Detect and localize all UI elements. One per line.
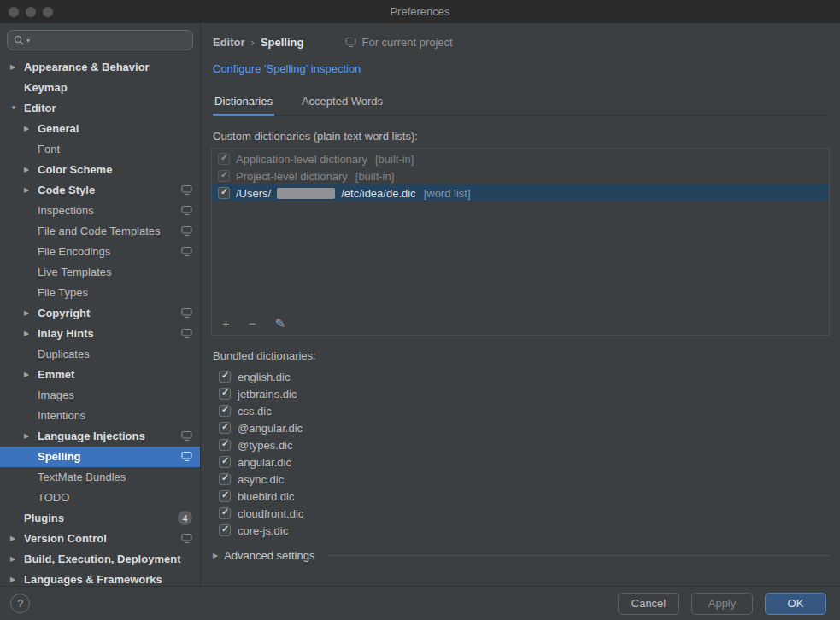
chevron-right-icon[interactable]: ▶ — [24, 432, 38, 440]
checkbox[interactable] — [219, 490, 231, 502]
scope-label: For current project — [345, 36, 452, 49]
bundled-dictionary-name: css.dic — [238, 405, 272, 418]
sidebar-item-file-encodings[interactable]: File Encodings — [0, 242, 200, 262]
checkbox[interactable] — [219, 524, 231, 536]
checkbox[interactable] — [218, 187, 230, 199]
custom-dictionary-row[interactable]: Application-level dictionary[built-in] — [212, 150, 829, 167]
sidebar-item-general[interactable]: ▶General — [0, 119, 200, 139]
sidebar-item-inlay-hints[interactable]: ▶Inlay Hints — [0, 324, 200, 344]
sidebar-item-label: Copyright — [38, 307, 90, 319]
sidebar-item-plugins[interactable]: Plugins4 — [0, 508, 200, 529]
advanced-settings-label: Advanced settings — [224, 549, 314, 562]
per-project-settings-icon — [181, 329, 192, 338]
tab-accepted-words[interactable]: Accepted Words — [300, 89, 385, 115]
sidebar-item-textmate-bundles[interactable]: TextMate Bundles — [0, 467, 200, 488]
chevron-right-icon[interactable]: ▶ — [24, 166, 38, 173]
sidebar-item-code-style[interactable]: ▶Code Style — [0, 180, 200, 201]
settings-search[interactable]: ▾ — [7, 30, 193, 50]
checkbox[interactable] — [219, 439, 231, 451]
remove-dictionary-button[interactable]: − — [247, 315, 258, 331]
configure-inspection-link[interactable]: Configure 'Spelling' inspection — [213, 62, 361, 75]
sidebar-item-editor[interactable]: ▼Editor — [0, 98, 200, 119]
minimize-window-icon[interactable] — [26, 7, 36, 17]
help-button[interactable]: ? — [10, 594, 30, 613]
bundled-dictionary-row[interactable]: core-js.dic — [211, 522, 830, 539]
sidebar-item-languages-frameworks[interactable]: ▶Languages & Frameworks — [0, 570, 200, 586]
chevron-right-icon[interactable]: ▶ — [24, 330, 38, 337]
sidebar-item-label: Images — [38, 389, 74, 401]
sidebar-item-font[interactable]: Font — [0, 139, 200, 160]
bundled-dictionary-row[interactable]: @types.dic — [211, 436, 830, 453]
sidebar-item-duplicates[interactable]: Duplicates — [0, 344, 200, 365]
sidebar-item-file-types[interactable]: File Types — [0, 283, 200, 303]
sidebar-item-label: Editor — [24, 102, 56, 114]
sidebar-item-live-templates[interactable]: Live Templates — [0, 262, 200, 283]
chevron-down-icon[interactable]: ▼ — [10, 104, 24, 112]
custom-dictionary-row[interactable]: Project-level dictionary[built-in] — [212, 167, 829, 184]
sidebar-item-spelling[interactable]: Spelling — [0, 447, 200, 467]
add-dictionary-button[interactable]: + — [220, 315, 232, 331]
chevron-right-icon[interactable]: ▶ — [10, 535, 24, 542]
sidebar-item-language-injections[interactable]: ▶Language Injections — [0, 426, 200, 447]
sidebar-item-label: General — [38, 122, 79, 135]
tab-dictionaries[interactable]: Dictionaries — [213, 89, 274, 115]
sidebar-item-appearance-behavior[interactable]: ▶Appearance & Behavior — [0, 57, 200, 78]
search-input[interactable] — [32, 33, 186, 46]
bundled-dictionary-row[interactable]: angular.dic — [211, 453, 830, 471]
checkbox[interactable] — [219, 456, 231, 468]
per-project-settings-icon — [181, 431, 192, 441]
chevron-right-icon[interactable]: ▶ — [10, 555, 24, 563]
apply-button[interactable]: Apply — [691, 593, 753, 615]
bundled-dictionary-row[interactable]: english.dic — [211, 368, 830, 385]
checkbox[interactable] — [219, 405, 231, 417]
edit-dictionary-button[interactable]: ✎ — [273, 315, 288, 331]
bundled-dictionary-row[interactable]: async.dic — [211, 471, 830, 488]
sidebar-item-version-control[interactable]: ▶Version Control — [0, 529, 200, 549]
sidebar-item-label: Plugins — [24, 512, 64, 524]
checkbox[interactable] — [219, 422, 231, 434]
sidebar-item-intentions[interactable]: Intentions — [0, 406, 200, 426]
zoom-window-icon[interactable] — [43, 7, 53, 17]
sidebar-item-copyright[interactable]: ▶Copyright — [0, 303, 200, 324]
bundled-dictionary-row[interactable]: jetbrains.dic — [211, 385, 830, 402]
settings-content: Editor › Spelling For current project Co… — [201, 23, 840, 586]
dictionary-tag: [built-in] — [355, 170, 395, 183]
bundled-dictionary-row[interactable]: @angular.dic — [211, 419, 830, 436]
breadcrumb-separator: › — [251, 36, 255, 49]
sidebar-item-file-and-code-templates[interactable]: File and Code Templates — [0, 221, 200, 242]
chevron-right-icon[interactable]: ▶ — [24, 125, 38, 132]
custom-dictionary-row[interactable]: /Users//etc/idea/de.dic[word list] — [212, 184, 829, 202]
checkbox[interactable] — [219, 388, 231, 400]
sidebar-item-keymap[interactable]: Keymap — [0, 78, 200, 98]
breadcrumb-section[interactable]: Editor — [213, 36, 245, 49]
custom-dictionaries-list[interactable]: Application-level dictionary[built-in]Pr… — [212, 149, 829, 311]
sidebar-item-images[interactable]: Images — [0, 385, 200, 406]
chevron-right-icon[interactable]: ▶ — [24, 371, 38, 378]
sidebar-item-inspections[interactable]: Inspections — [0, 201, 200, 221]
search-options-caret-icon[interactable]: ▾ — [26, 37, 30, 44]
checkbox[interactable] — [219, 473, 231, 485]
ok-button[interactable]: OK — [765, 593, 826, 615]
chevron-right-icon[interactable]: ▶ — [10, 576, 24, 583]
bundled-dictionary-row[interactable]: cloudfront.dic — [211, 505, 830, 522]
sidebar-item-emmet[interactable]: ▶Emmet — [0, 365, 200, 385]
dictionary-tag: [built-in] — [375, 153, 414, 166]
chevron-right-icon[interactable]: ▶ — [24, 186, 38, 194]
close-window-icon[interactable] — [9, 7, 19, 17]
cancel-button[interactable]: Cancel — [618, 593, 679, 615]
chevron-right-icon[interactable]: ▶ — [24, 309, 38, 317]
sidebar-item-color-scheme[interactable]: ▶Color Scheme — [0, 160, 200, 180]
advanced-settings-toggle[interactable]: ▶ Advanced settings — [211, 549, 830, 562]
checkbox[interactable] — [219, 371, 231, 383]
chevron-right-icon[interactable]: ▶ — [10, 63, 24, 71]
sidebar-item-todo[interactable]: TODO — [0, 488, 200, 508]
bundled-dictionary-row[interactable]: css.dic — [211, 402, 830, 419]
sidebar-item-label: Duplicates — [38, 348, 90, 360]
bundled-dictionary-row[interactable]: bluebird.dic — [211, 488, 830, 505]
settings-sidebar: ▾ ▶Appearance & BehaviorKeymap▼Editor▶Ge… — [0, 23, 201, 586]
traffic-lights — [0, 7, 53, 17]
checkbox[interactable] — [218, 153, 230, 165]
sidebar-item-build-execution-deployment[interactable]: ▶Build, Execution, Deployment — [0, 549, 200, 570]
checkbox[interactable] — [219, 507, 231, 519]
checkbox[interactable] — [218, 170, 230, 182]
